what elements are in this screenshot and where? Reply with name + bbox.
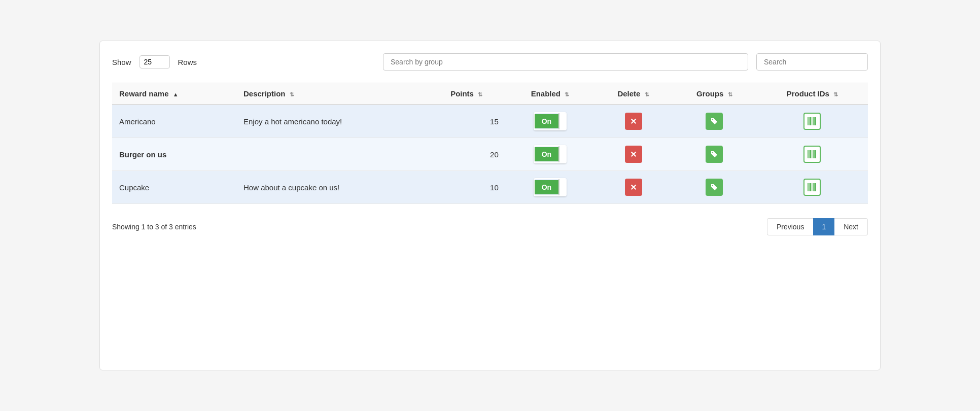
cell-product-ids xyxy=(757,105,868,138)
col-reward-name[interactable]: Reward name ▲ xyxy=(112,83,236,105)
toggle-button[interactable]: On xyxy=(534,112,567,130)
col-groups[interactable]: Groups ⇅ xyxy=(672,83,757,105)
svg-rect-17 xyxy=(812,183,812,191)
toggle-button[interactable]: On xyxy=(534,145,567,163)
search-group-input[interactable] xyxy=(383,53,748,71)
svg-rect-5 xyxy=(814,117,815,125)
showing-text: Showing 1 to 3 of 3 entries xyxy=(112,223,196,231)
toggle-button[interactable]: On xyxy=(534,178,567,196)
delete-button[interactable]: ✕ xyxy=(625,146,642,163)
groups-button[interactable] xyxy=(706,113,723,130)
table-row: AmericanoEnjoy a hot americano today!15O… xyxy=(112,105,868,138)
svg-rect-19 xyxy=(814,183,815,191)
col-delete[interactable]: Delete ⇅ xyxy=(594,83,672,105)
sort-icon-description: ⇅ xyxy=(290,91,294,98)
main-container: Show 10 25 50 100 Rows Reward name ▲ Des… xyxy=(99,41,881,370)
svg-rect-3 xyxy=(812,117,812,125)
svg-rect-6 xyxy=(815,117,816,125)
product-ids-button[interactable] xyxy=(803,113,821,130)
toggle-on-label: On xyxy=(535,147,558,161)
svg-rect-10 xyxy=(812,150,812,158)
cell-groups xyxy=(672,138,757,171)
cell-description: How about a cupcake on us! xyxy=(236,171,428,204)
page-number-1[interactable]: 1 xyxy=(813,218,834,235)
sort-icon-delete: ⇅ xyxy=(645,91,649,98)
svg-rect-1 xyxy=(809,117,810,125)
sort-icon-enabled: ⇅ xyxy=(565,91,569,98)
cell-delete: ✕ xyxy=(594,105,672,138)
toggle-off-side xyxy=(558,179,566,195)
col-groups-label: Groups xyxy=(696,89,723,98)
svg-rect-0 xyxy=(808,117,809,125)
sort-icon-points: ⇅ xyxy=(478,91,482,98)
cell-reward-name: Burger on us xyxy=(112,138,236,171)
sort-icon-groups: ⇅ xyxy=(728,91,732,98)
col-delete-label: Delete xyxy=(617,89,640,98)
table-body: AmericanoEnjoy a hot americano today!15O… xyxy=(112,105,868,204)
svg-rect-7 xyxy=(808,150,809,158)
col-description[interactable]: Description ⇅ xyxy=(236,83,428,105)
svg-rect-14 xyxy=(808,183,809,191)
groups-button[interactable] xyxy=(706,179,723,196)
toggle-off-side xyxy=(558,146,566,162)
cell-enabled: On xyxy=(506,171,594,204)
cell-groups xyxy=(672,171,757,204)
cell-enabled: On xyxy=(506,138,594,171)
cell-points: 20 xyxy=(428,138,506,171)
svg-rect-12 xyxy=(814,150,815,158)
svg-rect-15 xyxy=(809,183,810,191)
cell-groups xyxy=(672,105,757,138)
cell-points: 15 xyxy=(428,105,506,138)
svg-rect-8 xyxy=(809,150,810,158)
search-input[interactable] xyxy=(756,53,868,71)
svg-rect-16 xyxy=(810,183,811,191)
delete-button[interactable]: ✕ xyxy=(625,113,642,130)
cell-product-ids xyxy=(757,138,868,171)
cell-description xyxy=(236,138,428,171)
col-product-ids-label: Product IDs xyxy=(787,89,829,98)
rows-select-wrapper: 10 25 50 100 xyxy=(139,55,170,68)
svg-rect-20 xyxy=(815,183,816,191)
table-row: Burger on us20On✕ xyxy=(112,138,868,171)
toggle-off-side xyxy=(558,113,566,129)
col-product-ids[interactable]: Product IDs ⇅ xyxy=(757,83,868,105)
svg-rect-13 xyxy=(815,150,816,158)
svg-rect-4 xyxy=(813,117,814,125)
toggle-on-label: On xyxy=(535,114,558,128)
cell-delete: ✕ xyxy=(594,138,672,171)
top-controls: Show 10 25 50 100 Rows xyxy=(112,53,868,71)
delete-button[interactable]: ✕ xyxy=(625,179,642,196)
svg-rect-9 xyxy=(810,150,811,158)
cell-reward-name: Cupcake xyxy=(112,171,236,204)
cell-reward-name: Americano xyxy=(112,105,236,138)
col-points-label: Points xyxy=(450,89,474,98)
table-header: Reward name ▲ Description ⇅ Points ⇅ Ena… xyxy=(112,83,868,105)
rows-label: Rows xyxy=(178,58,197,66)
col-enabled[interactable]: Enabled ⇅ xyxy=(506,83,594,105)
svg-rect-2 xyxy=(810,117,811,125)
rewards-table: Reward name ▲ Description ⇅ Points ⇅ Ena… xyxy=(112,83,868,204)
cell-product-ids xyxy=(757,171,868,204)
previous-button[interactable]: Previous xyxy=(767,218,813,235)
groups-button[interactable] xyxy=(706,146,723,163)
footer-area: Showing 1 to 3 of 3 entries Previous 1 N… xyxy=(112,218,868,235)
col-reward-name-label: Reward name xyxy=(119,89,169,98)
table-row: CupcakeHow about a cupcake on us!10On✕ xyxy=(112,171,868,204)
product-ids-button[interactable] xyxy=(803,179,821,196)
svg-rect-11 xyxy=(813,150,814,158)
cell-enabled: On xyxy=(506,105,594,138)
pagination: Previous 1 Next xyxy=(767,218,868,235)
cell-delete: ✕ xyxy=(594,171,672,204)
svg-rect-18 xyxy=(813,183,814,191)
next-button[interactable]: Next xyxy=(834,218,868,235)
col-enabled-label: Enabled xyxy=(531,89,561,98)
col-points[interactable]: Points ⇅ xyxy=(428,83,506,105)
col-description-label: Description xyxy=(243,89,286,98)
sort-icon-product-ids: ⇅ xyxy=(833,91,838,98)
show-label: Show xyxy=(112,58,131,66)
cell-description: Enjoy a hot americano today! xyxy=(236,105,428,138)
toggle-on-label: On xyxy=(535,180,558,194)
product-ids-button[interactable] xyxy=(803,146,821,163)
rows-select[interactable]: 10 25 50 100 xyxy=(139,55,170,68)
sort-up-icon: ▲ xyxy=(173,91,179,97)
